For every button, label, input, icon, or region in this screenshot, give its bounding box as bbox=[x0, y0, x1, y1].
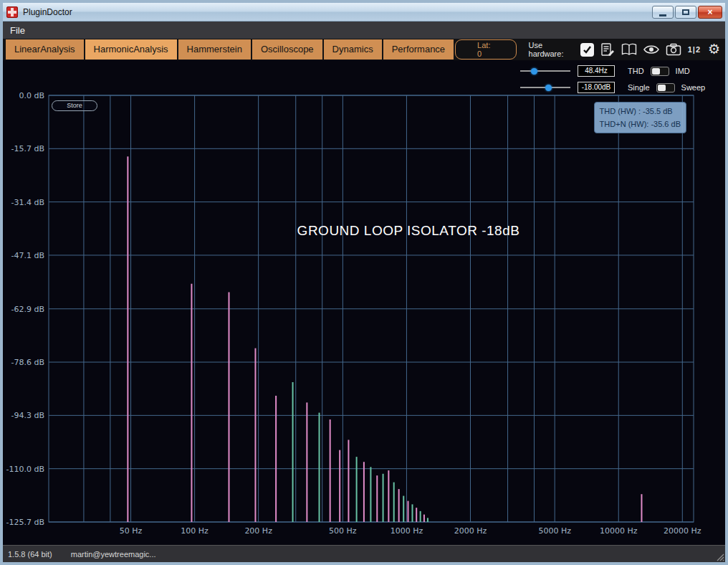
window-title: PluginDoctor bbox=[23, 7, 72, 17]
frequency-value-field[interactable]: 48.4Hz bbox=[578, 65, 615, 77]
frequency-control-row: 48.4Hz THD IMD bbox=[520, 65, 690, 77]
svg-text:-110.0 dB: -110.0 dB bbox=[6, 465, 45, 474]
resize-grip[interactable] bbox=[714, 551, 724, 561]
app-window: PluginDoctor × File LinearAnalysis Harmo… bbox=[0, 0, 728, 565]
svg-text:-62.9 dB: -62.9 dB bbox=[11, 305, 45, 314]
slider-thumb[interactable] bbox=[545, 85, 552, 91]
compare-1-2-icon[interactable]: 1|2 bbox=[688, 42, 701, 57]
tab-hammerstein[interactable]: Hammerstein bbox=[178, 39, 251, 60]
svg-text:500 Hz: 500 Hz bbox=[329, 526, 357, 536]
svg-text:-94.3 dB: -94.3 dB bbox=[11, 411, 45, 420]
author-label: martin@yewtreemagic... bbox=[71, 550, 156, 559]
store-button[interactable]: Store bbox=[52, 100, 97, 111]
toggle-knob bbox=[658, 85, 666, 91]
tab-dynamics[interactable]: Dynamics bbox=[324, 39, 382, 60]
window-controls: × bbox=[652, 6, 722, 19]
version-label: 1.5.8 (64 bit) bbox=[8, 550, 52, 559]
slider-thumb[interactable] bbox=[531, 68, 537, 75]
close-icon: × bbox=[707, 7, 712, 17]
tab-oscilloscope[interactable]: Oscilloscope bbox=[252, 39, 322, 60]
tab-linear-analysis[interactable]: LinearAnalysis bbox=[6, 39, 84, 60]
level-slider[interactable] bbox=[520, 82, 570, 92]
svg-text:1000 Hz: 1000 Hz bbox=[391, 526, 423, 536]
svg-text:0.0 dB: 0.0 dB bbox=[19, 91, 44, 100]
use-hardware-label: Use hardware: bbox=[529, 41, 573, 58]
imd-label: IMD bbox=[676, 67, 690, 75]
settings-gear-icon[interactable]: ⚙ bbox=[707, 42, 721, 57]
level-control-row: -18.00dB Single Sweep bbox=[520, 82, 705, 93]
chart-title-overlay: GROUND LOOP ISOLATOR -18dB bbox=[297, 223, 520, 239]
sweep-label: Sweep bbox=[681, 83, 706, 92]
statusbar: 1.5.8 (64 bit) martin@yewtreemagic... bbox=[3, 545, 725, 562]
menubar: File bbox=[3, 22, 725, 39]
thd-info-box: THD (HW) : -35.5 dB THD+N (HW): -35.6 dB bbox=[594, 102, 686, 133]
maximize-button[interactable] bbox=[675, 6, 696, 19]
close-button[interactable]: × bbox=[698, 6, 722, 19]
toggle-knob bbox=[652, 68, 660, 75]
toolbar: Lat: 0 Use hardware: bbox=[455, 39, 721, 60]
svg-text:-125.7 dB: -125.7 dB bbox=[6, 518, 45, 527]
checkbox-checked-icon bbox=[580, 43, 594, 57]
thdn-hw-value: THD+N (HW): -35.6 dB bbox=[600, 118, 681, 130]
tab-harmonic-analysis[interactable]: HarmonicAnalysis bbox=[85, 39, 177, 60]
svg-text:-78.6 dB: -78.6 dB bbox=[11, 358, 45, 367]
eye-icon[interactable] bbox=[643, 42, 659, 57]
svg-text:-31.4 dB: -31.4 dB bbox=[11, 198, 45, 207]
harmonic-analysis-panel: 0.0 dB-15.7 dB-31.4 dB-47.1 dB-62.9 dB-7… bbox=[3, 60, 725, 545]
svg-text:5000 Hz: 5000 Hz bbox=[538, 526, 571, 536]
minimize-button[interactable] bbox=[652, 6, 674, 19]
maximize-icon bbox=[682, 9, 689, 15]
thd-hw-value: THD (HW) : -35.5 dB bbox=[600, 105, 681, 118]
single-label: Single bbox=[628, 83, 650, 92]
svg-text:10000 Hz: 10000 Hz bbox=[600, 526, 638, 536]
latency-button[interactable]: Lat: 0 bbox=[455, 39, 516, 60]
thd-label: THD bbox=[628, 67, 644, 75]
report-icon[interactable] bbox=[600, 42, 615, 57]
single-sweep-toggle[interactable] bbox=[656, 83, 675, 92]
use-hardware-checkbox[interactable] bbox=[580, 42, 594, 57]
thd-imd-toggle[interactable] bbox=[651, 67, 669, 76]
svg-text:50 Hz: 50 Hz bbox=[120, 526, 143, 536]
level-value-field[interactable]: -18.00dB bbox=[578, 82, 615, 93]
svg-text:-47.1 dB: -47.1 dB bbox=[11, 251, 45, 260]
manual-book-icon[interactable] bbox=[621, 42, 637, 57]
frequency-slider[interactable] bbox=[520, 66, 570, 76]
svg-text:200 Hz: 200 Hz bbox=[244, 526, 272, 536]
app-icon bbox=[6, 6, 18, 18]
menu-file[interactable]: File bbox=[3, 23, 32, 38]
titlebar[interactable]: PluginDoctor × bbox=[3, 3, 725, 22]
minimize-icon bbox=[659, 14, 666, 16]
svg-text:20000 Hz: 20000 Hz bbox=[664, 526, 701, 536]
tab-performance[interactable]: Performance bbox=[383, 39, 454, 60]
tabbar: LinearAnalysis HarmonicAnalysis Hammerst… bbox=[3, 39, 725, 60]
slider-track bbox=[520, 70, 570, 72]
camera-icon[interactable] bbox=[666, 42, 681, 57]
svg-text:-15.7 dB: -15.7 dB bbox=[11, 144, 45, 153]
svg-text:2000 Hz: 2000 Hz bbox=[454, 526, 487, 536]
svg-text:100 Hz: 100 Hz bbox=[181, 526, 209, 536]
